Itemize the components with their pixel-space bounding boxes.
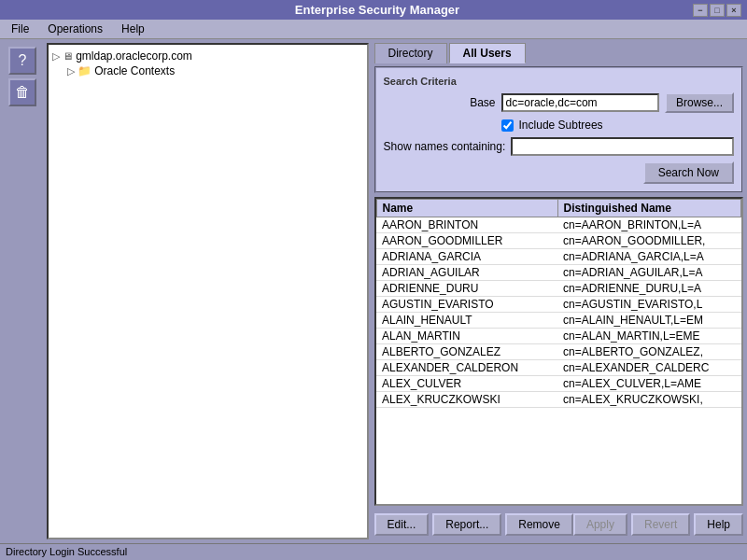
edit-button[interactable]: Edit... (374, 513, 430, 536)
help-icon[interactable]: ? (8, 47, 36, 75)
right-panel: Directory All Users Search Criteria Base… (374, 43, 743, 539)
tree-item-server[interactable]: ▷ 🖥 gmldap.oraclecorp.com (52, 49, 362, 63)
table-header-row: Name Distinguished Name (376, 200, 740, 217)
status-bar: Directory Login Successful (0, 543, 747, 560)
cell-name: ALEX_CULVER (376, 376, 557, 392)
tab-bar: Directory All Users (374, 43, 743, 63)
table-row[interactable]: ALEXANDER_CALDERONcn=ALEXANDER_CALDERC (376, 360, 740, 376)
col-name: Name (376, 200, 557, 217)
include-subtrees-checkbox[interactable] (501, 119, 514, 132)
tree-label-server: gmldap.oraclecorp.com (76, 49, 192, 63)
cell-name: ADRIANA_GARCIA (376, 249, 557, 265)
table-row[interactable]: AARON_BRINTONcn=AARON_BRINTON,L=A (376, 217, 740, 233)
cell-dn: cn=AARON_BRINTON,L=A (557, 217, 740, 233)
cell-name: AARON_GOODMILLER (376, 233, 557, 249)
cell-name: ALAN_MARTIN (376, 329, 557, 344)
right-action-buttons: Apply Revert Help (573, 513, 743, 536)
table-row[interactable]: ALEX_CULVERcn=ALEX_CULVER,L=AME (376, 376, 740, 392)
window-controls: − □ × (693, 4, 741, 17)
left-sidebar: ? 🗑 (4, 43, 41, 539)
show-names-row: Show names containing: (384, 137, 734, 156)
table-row[interactable]: ALAIN_HENAULTcn=ALAIN_HENAULT,L=EM (376, 313, 740, 329)
table-row[interactable]: ADRIENNE_DURUcn=ADRIENNE_DURU,L=A (376, 281, 740, 297)
cell-name: ALEXANDER_CALDERON (376, 360, 557, 376)
tree-panel: ▷ 🖥 gmldap.oraclecorp.com ▷ 📁 Oracle Con… (47, 43, 368, 539)
search-btn-row: Search Now (384, 161, 734, 184)
status-text: Directory Login Successful (6, 546, 127, 557)
revert-button[interactable]: Revert (631, 513, 690, 536)
cell-dn: cn=ALEX_CULVER,L=AME (557, 376, 740, 392)
cell-dn: cn=ADRIENNE_DURU,L=A (557, 281, 740, 297)
apply-button[interactable]: Apply (573, 513, 627, 536)
results-table-container[interactable]: Name Distinguished Name AARON_BRINTONcn=… (374, 197, 743, 506)
search-now-button[interactable]: Search Now (643, 161, 734, 184)
cell-name: AGUSTIN_EVARISTO (376, 297, 557, 313)
table-row[interactable]: ALEX_KRUCZKOWSKIcn=ALEX_KRUCZKOWSKI, (376, 392, 740, 408)
title-bar: Enterprise Security Manager − □ × (0, 0, 747, 20)
search-criteria-panel: Search Criteria Base Browse... Include S… (374, 66, 743, 193)
maximize-btn[interactable]: □ (710, 4, 725, 17)
include-subtrees-label: Include Subtrees (519, 119, 603, 132)
remove-button[interactable]: Remove (505, 513, 573, 536)
cell-name: AARON_BRINTON (376, 217, 557, 233)
server-icon: 🖥 (63, 50, 73, 62)
tab-all-users[interactable]: All Users (449, 43, 526, 63)
table-row[interactable]: ADRIANA_GARCIAcn=ADRIANA_GARCIA,L=A (376, 249, 740, 265)
table-row[interactable]: AGUSTIN_EVARISTOcn=AGUSTIN_EVARISTO,L (376, 297, 740, 313)
tree-item-oracle-contexts[interactable]: ▷ 📁 Oracle Contexts (52, 63, 362, 78)
cell-name: ALAIN_HENAULT (376, 313, 557, 329)
main-content: ? 🗑 ▷ 🖥 gmldap.oraclecorp.com ▷ 📁 Oracle… (0, 39, 747, 543)
cell-dn: cn=ALEXANDER_CALDERC (557, 360, 740, 376)
cell-dn: cn=ALAIN_HENAULT,L=EM (557, 313, 740, 329)
bottom-buttons: Edit... Report... Remove Apply Revert He… (374, 510, 743, 539)
show-names-label: Show names containing: (384, 140, 506, 153)
table-row[interactable]: ALBERTO_GONZALEZcn=ALBERTO_GONZALEZ, (376, 344, 740, 360)
folder-icon: 📁 (78, 64, 92, 77)
menu-bar: File Operations Help (0, 20, 747, 39)
tree-label-oracle-contexts: Oracle Contexts (94, 64, 175, 77)
search-criteria-title: Search Criteria (384, 76, 734, 87)
tree-expand-icon: ▷ (52, 50, 60, 63)
app-title: Enterprise Security Manager (62, 3, 693, 17)
table-row[interactable]: AARON_GOODMILLERcn=AARON_GOODMILLER, (376, 233, 740, 249)
cell-dn: cn=ALBERTO_GONZALEZ, (557, 344, 740, 360)
show-names-input[interactable] (511, 137, 734, 156)
help-button[interactable]: Help (694, 513, 743, 536)
cell-name: ALBERTO_GONZALEZ (376, 344, 557, 360)
close-btn[interactable]: × (726, 4, 741, 17)
cell-dn: cn=AARON_GOODMILLER, (557, 233, 740, 249)
table-row[interactable]: ALAN_MARTINcn=ALAN_MARTIN,L=EME (376, 329, 740, 344)
cell-name: ADRIENNE_DURU (376, 281, 557, 297)
trash-icon[interactable]: 🗑 (8, 78, 36, 106)
cell-dn: cn=ALAN_MARTIN,L=EME (557, 329, 740, 344)
tab-directory[interactable]: Directory (374, 43, 447, 63)
cell-dn: cn=ALEX_KRUCZKOWSKI, (557, 392, 740, 408)
base-label: Base (384, 96, 496, 109)
results-table: Name Distinguished Name AARON_BRINTONcn=… (376, 199, 741, 408)
minimize-btn[interactable]: − (693, 4, 708, 17)
base-row: Base Browse... (384, 92, 734, 113)
tree-expand-icon-child: ▷ (67, 65, 75, 77)
cell-dn: cn=AGUSTIN_EVARISTO,L (557, 297, 740, 313)
menu-operations[interactable]: Operations (44, 21, 106, 36)
menu-file[interactable]: File (7, 21, 33, 36)
include-subtrees-row: Include Subtrees (384, 119, 734, 132)
col-dn: Distinguished Name (557, 200, 740, 217)
cell-name: ALEX_KRUCZKOWSKI (376, 392, 557, 408)
table-row[interactable]: ADRIAN_AGUILARcn=ADRIAN_AGUILAR,L=A (376, 265, 740, 281)
menu-help[interactable]: Help (118, 21, 148, 36)
cell-name: ADRIAN_AGUILAR (376, 265, 557, 281)
report-button[interactable]: Report... (432, 513, 501, 536)
left-action-buttons: Edit... Report... Remove (374, 513, 573, 536)
cell-dn: cn=ADRIAN_AGUILAR,L=A (557, 265, 740, 281)
browse-button[interactable]: Browse... (665, 92, 734, 113)
cell-dn: cn=ADRIANA_GARCIA,L=A (557, 249, 740, 265)
base-input[interactable] (501, 93, 659, 112)
